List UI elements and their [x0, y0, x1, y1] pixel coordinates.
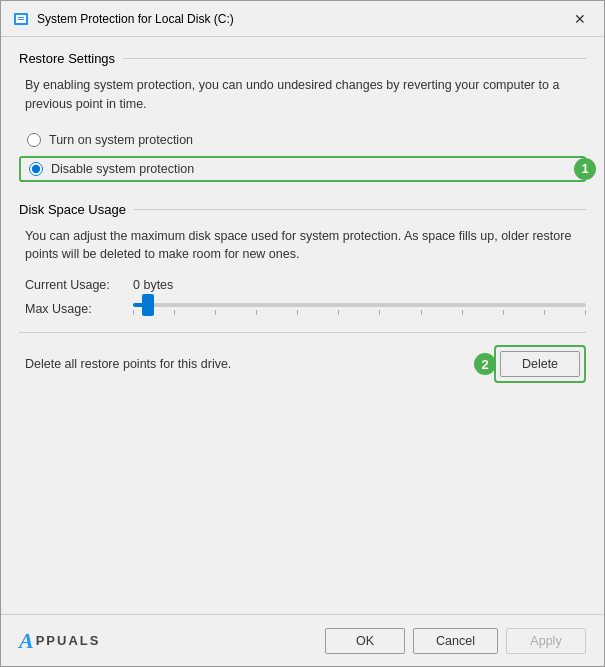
ok-button[interactable]: OK	[325, 628, 405, 654]
disk-space-section: Disk Space Usage You can adjust the maxi…	[19, 202, 586, 386]
system-protection-icon	[13, 11, 29, 27]
tick-2	[174, 310, 175, 315]
max-usage-label: Max Usage:	[25, 302, 125, 316]
svg-rect-3	[18, 19, 24, 20]
tick-10	[503, 310, 504, 315]
cancel-button[interactable]: Cancel	[413, 628, 498, 654]
appuals-a-letter: A	[19, 628, 34, 654]
radio-option-disable[interactable]: Disable system protection 1	[19, 156, 586, 182]
delete-row: Delete all restore points for this drive…	[19, 343, 586, 385]
step-badge-2: 2	[474, 353, 496, 375]
restore-settings-section: Restore Settings By enabling system prot…	[19, 51, 586, 186]
slider-wrapper	[133, 303, 586, 315]
dialog-footer: A PPUALS OK Cancel Apply	[1, 614, 604, 666]
dialog-window: System Protection for Local Disk (C:) ✕ …	[0, 0, 605, 667]
restore-description: By enabling system protection, you can u…	[19, 76, 586, 114]
delete-text: Delete all restore points for this drive…	[25, 357, 231, 371]
title-bar-left: System Protection for Local Disk (C:)	[13, 11, 234, 27]
title-bar: System Protection for Local Disk (C:) ✕	[1, 1, 604, 37]
current-usage-value: 0 bytes	[133, 278, 173, 292]
disk-space-title: Disk Space Usage	[19, 202, 126, 217]
step-badge-1: 1	[574, 158, 596, 180]
apply-button: Apply	[506, 628, 586, 654]
max-usage-row: Max Usage:	[19, 302, 586, 316]
tick-4	[256, 310, 257, 315]
tick-7	[379, 310, 380, 315]
dialog-content: Restore Settings By enabling system prot…	[1, 37, 604, 614]
tick-11	[544, 310, 545, 315]
radio-option-turn-on[interactable]: Turn on system protection	[19, 128, 586, 152]
tick-5	[297, 310, 298, 315]
appuals-logo: A PPUALS	[19, 628, 100, 654]
restore-settings-header: Restore Settings	[19, 51, 586, 66]
appuals-rest-text: PPUALS	[36, 633, 101, 648]
tick-1	[133, 310, 134, 315]
disk-description: You can adjust the maximum disk space us…	[19, 227, 586, 265]
delete-btn-outline	[494, 345, 586, 383]
restore-settings-line	[123, 58, 586, 59]
slider-ticks	[133, 310, 586, 315]
tick-12	[585, 310, 586, 315]
radio-disable-label[interactable]: Disable system protection	[51, 162, 194, 176]
disk-space-line	[134, 209, 586, 210]
section-divider	[19, 332, 586, 333]
delete-btn-wrapper: 2 Delete	[500, 351, 580, 377]
radio-disable[interactable]	[29, 162, 43, 176]
tick-8	[421, 310, 422, 315]
slider-thumb[interactable]	[142, 294, 154, 316]
footer-content: A PPUALS OK Cancel Apply	[19, 628, 586, 654]
svg-rect-2	[18, 17, 24, 18]
radio-turn-on[interactable]	[27, 133, 41, 147]
restore-settings-title: Restore Settings	[19, 51, 115, 66]
current-usage-label: Current Usage:	[25, 278, 125, 292]
slider-track	[133, 303, 586, 307]
tick-3	[215, 310, 216, 315]
radio-turn-on-label[interactable]: Turn on system protection	[49, 133, 193, 147]
close-button[interactable]: ✕	[568, 7, 592, 31]
disk-space-header: Disk Space Usage	[19, 202, 586, 217]
tick-6	[338, 310, 339, 315]
current-usage-row: Current Usage: 0 bytes	[19, 278, 586, 292]
dialog-title: System Protection for Local Disk (C:)	[37, 12, 234, 26]
tick-9	[462, 310, 463, 315]
